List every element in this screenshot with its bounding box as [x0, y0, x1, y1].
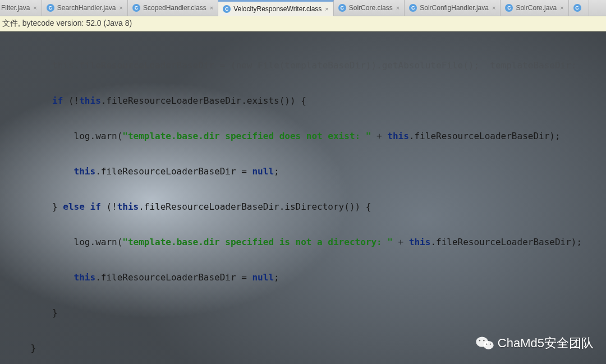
class-icon: C: [338, 4, 346, 12]
tab-label: SolrConfigHandler.java: [420, 4, 489, 12]
class-icon: C: [573, 4, 581, 12]
code-line: }: [0, 307, 606, 319]
wechat-icon: [475, 335, 494, 351]
code-line: log.warn("template.base.dir specified is…: [0, 236, 606, 248]
tab-label: SolrCore.class: [349, 4, 393, 12]
tab-label: ScopedHandler.class: [143, 4, 206, 12]
watermark: ChaMd5安全团队: [475, 335, 594, 352]
code-line: log.warn("template.base.dir specified do…: [0, 130, 606, 142]
tab-solrcore-java[interactable]: C SolrCore.java ×: [501, 0, 568, 16]
tab-label: SearchHandler.java: [57, 4, 116, 12]
close-icon[interactable]: ×: [492, 4, 495, 11]
svg-point-2: [479, 340, 480, 342]
watermark-text: ChaMd5安全团队: [498, 335, 594, 352]
code-line: } else if (!this.fileResourceLoaderBaseD…: [0, 201, 606, 213]
tab-velocityresponsewriter-class[interactable]: C VelocityResponseWriter.class ×: [218, 0, 334, 16]
editor-area[interactable]: this.fileResourceLoaderBaseDir = (new Fi…: [0, 31, 606, 364]
class-icon: C: [132, 4, 140, 12]
svg-point-5: [490, 344, 491, 345]
tab-label: Filter.java: [1, 4, 30, 12]
svg-point-1: [483, 341, 493, 349]
code-line: this.fileResourceLoaderBaseDir = null;: [0, 165, 606, 177]
tab-truncated-right[interactable]: C: [569, 0, 589, 16]
close-icon[interactable]: ×: [325, 6, 328, 12]
tab-filter-java[interactable]: Filter.java ×: [0, 0, 42, 16]
decompile-info-bar: 文件, bytecode version: 52.0 (Java 8): [0, 16, 606, 31]
svg-point-3: [483, 340, 485, 342]
code-line: this.fileResourceLoaderBaseDir = null;: [0, 271, 606, 283]
info-text: 文件, bytecode version: 52.0 (Java 8): [2, 19, 132, 29]
code-line: if (!this.fileResourceLoaderBaseDir.exis…: [0, 95, 606, 107]
close-icon[interactable]: ×: [396, 4, 400, 11]
tab-scopedhandler-class[interactable]: C ScopedHandler.class ×: [128, 0, 218, 16]
class-icon: C: [505, 4, 513, 12]
tab-searchhandler-java[interactable]: C SearchHandler.java ×: [42, 0, 128, 16]
svg-point-4: [486, 344, 487, 345]
editor-tab-bar: Filter.java × C SearchHandler.java × C S…: [0, 0, 606, 16]
tab-solrcore-class[interactable]: C SolrCore.class ×: [334, 0, 405, 16]
code-line: this.fileResourceLoaderBaseDir = (new Fi…: [0, 59, 606, 71]
close-icon[interactable]: ×: [210, 4, 213, 11]
close-icon[interactable]: ×: [33, 4, 36, 11]
close-icon[interactable]: ×: [560, 4, 563, 11]
close-icon[interactable]: ×: [120, 4, 123, 11]
ide-root: Filter.java × C SearchHandler.java × C S…: [0, 0, 606, 364]
tab-label: SolrCore.java: [516, 4, 557, 12]
class-icon: C: [223, 5, 231, 13]
class-icon: C: [47, 4, 54, 12]
tab-label: VelocityResponseWriter.class: [233, 5, 322, 13]
tab-solrconfighandler-java[interactable]: C SolrConfigHandler.java ×: [405, 0, 501, 16]
class-icon: C: [409, 4, 417, 12]
